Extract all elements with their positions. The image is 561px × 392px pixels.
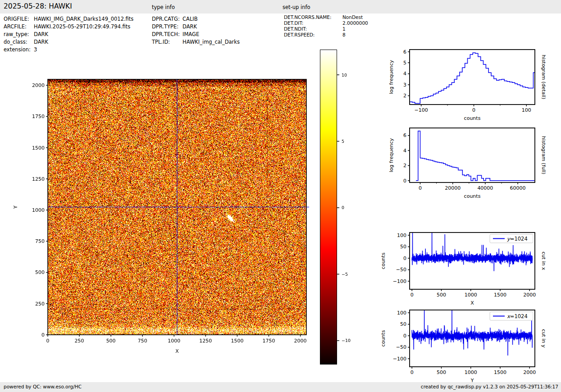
info-row: DET.RSPEED:8 — [284, 32, 368, 38]
svg-text:0: 0 — [403, 255, 406, 261]
svg-text:Y: Y — [13, 205, 18, 209]
svg-text:10: 10 — [342, 73, 347, 77]
info-label: DET.RSPEED: — [284, 32, 342, 38]
info-value: 1 — [342, 26, 346, 32]
svg-text:500: 500 — [106, 338, 116, 344]
svg-text:6: 6 — [403, 49, 406, 55]
info-row: DPR.TECH:IMAGE — [152, 31, 240, 38]
svg-text:counts: counts — [464, 193, 481, 199]
cut-in-y-plot: 0500100015002000−100−50050100Ycountscut … — [374, 303, 561, 382]
svg-text:1250: 1250 — [32, 176, 45, 182]
svg-text:100: 100 — [522, 107, 531, 113]
info-value: CALIB — [182, 15, 198, 23]
svg-text:250: 250 — [35, 301, 45, 307]
svg-text:log frequency: log frequency — [388, 138, 394, 172]
svg-text:cut in x: cut in x — [541, 252, 547, 270]
page-title: 2025-05-28: HAWKI — [4, 2, 72, 10]
info-label: ARCFILE: — [4, 23, 34, 31]
svg-text:40000: 40000 — [477, 185, 493, 191]
svg-text:−100: −100 — [393, 278, 406, 284]
svg-text:2000: 2000 — [523, 292, 536, 298]
svg-text:3: 3 — [403, 82, 406, 88]
svg-text:6: 6 — [403, 132, 406, 138]
info-label: DPR.TYPE: — [152, 23, 182, 31]
svg-text:Y: Y — [470, 378, 474, 382]
svg-text:0: 0 — [410, 292, 414, 298]
svg-text:1000: 1000 — [168, 338, 180, 344]
cut-in-x-plot: 0500100015002000−100−50050100Xcountscut … — [374, 225, 561, 311]
svg-text:counts: counts — [380, 252, 386, 269]
histogram-detail-plot: −100010023456countslog frequencyhistogra… — [374, 43, 561, 128]
svg-text:0: 0 — [472, 107, 475, 113]
svg-text:histogram (full): histogram (full) — [541, 136, 547, 174]
histogram-full-plot: 02000040000600000246countslog frequencyh… — [374, 122, 561, 207]
info-row: DET.NDIT:1 — [284, 26, 368, 32]
info-row: DPR.TYPE:DARK — [152, 23, 240, 31]
svg-text:y=1024: y=1024 — [507, 236, 528, 242]
svg-text:counts: counts — [380, 330, 386, 346]
svg-text:1000: 1000 — [465, 292, 477, 298]
svg-text:0: 0 — [403, 178, 406, 184]
svg-text:0: 0 — [419, 185, 422, 191]
svg-text:X: X — [175, 348, 179, 354]
footer-powered-by: powered by QC: www.eso.org/HC — [4, 384, 82, 389]
svg-text:750: 750 — [138, 338, 147, 344]
svg-text:log frequency: log frequency — [388, 60, 394, 94]
svg-text:−5: −5 — [342, 272, 348, 277]
info-row: raw_type:DARK — [4, 31, 133, 38]
svg-text:0: 0 — [410, 369, 414, 375]
info-row: ORIGFILE:HAWKI_IMG_DARK_Darks149_0012.fi… — [4, 15, 133, 23]
svg-text:1500: 1500 — [494, 369, 506, 375]
info-row: DET.DIT:2.0000000 — [284, 20, 368, 26]
svg-text:1750: 1750 — [262, 338, 275, 344]
info-label: DPR.TECH: — [152, 31, 182, 38]
svg-text:1000: 1000 — [465, 369, 477, 375]
svg-text:50: 50 — [400, 321, 406, 327]
svg-text:−50: −50 — [396, 267, 406, 273]
info-label: DET.NCORRS.NAME: — [284, 14, 342, 20]
svg-text:500: 500 — [437, 292, 446, 298]
svg-text:100: 100 — [397, 232, 406, 238]
main-image-axes: 0250500750100012501500175020000250500750… — [0, 45, 374, 381]
svg-text:750: 750 — [35, 238, 45, 244]
svg-text:0: 0 — [41, 332, 45, 338]
info-value: HAWKI.2025-05-29T10:29:49.794.fits — [34, 23, 130, 31]
svg-text:2: 2 — [403, 163, 406, 169]
info-row: DPR.CATG:CALIB — [152, 15, 240, 23]
svg-text:1500: 1500 — [494, 292, 506, 298]
svg-text:0: 0 — [46, 338, 50, 344]
info-value: IMAGE — [182, 31, 199, 38]
svg-text:counts: counts — [464, 115, 481, 121]
svg-text:−100: −100 — [415, 107, 428, 113]
info-label: DPR.CATG: — [152, 15, 182, 23]
svg-text:1500: 1500 — [231, 338, 243, 344]
svg-text:0: 0 — [403, 333, 406, 339]
svg-text:4: 4 — [403, 71, 406, 77]
setup-info-block: DET.NCORRS.NAME:NonDest DET.DIT:2.000000… — [284, 14, 368, 38]
footer-created-by: created by qc_rawdisp.py v1.2.3 on 2025-… — [421, 384, 558, 389]
info-value: DARK — [34, 31, 48, 38]
info-row: DET.NCORRS.NAME:NonDest — [284, 14, 368, 20]
svg-text:−100: −100 — [393, 356, 406, 362]
info-value: 8 — [342, 32, 346, 38]
qc-report-page: 2025-05-28: HAWKI type info set-up info … — [0, 0, 561, 392]
svg-text:5: 5 — [403, 60, 406, 66]
svg-text:x=1024: x=1024 — [507, 313, 528, 319]
svg-text:cut in y: cut in y — [541, 329, 547, 348]
info-value: NonDest — [342, 14, 363, 20]
svg-text:5: 5 — [342, 139, 344, 144]
svg-text:−50: −50 — [396, 344, 406, 350]
info-label: ORIGFILE: — [4, 15, 34, 23]
info-label: DET.NDIT: — [284, 26, 342, 32]
svg-text:1750: 1750 — [32, 114, 45, 119]
svg-text:500: 500 — [35, 269, 45, 275]
setup-info-heading: set-up info — [283, 4, 310, 10]
footer-bar: powered by QC: www.eso.org/HC created by… — [0, 382, 561, 392]
svg-text:1250: 1250 — [199, 338, 212, 344]
svg-text:100: 100 — [397, 310, 406, 316]
svg-text:2000: 2000 — [32, 82, 45, 88]
svg-text:1000: 1000 — [32, 207, 45, 213]
info-label: raw_type: — [4, 31, 34, 38]
svg-text:2000: 2000 — [523, 369, 536, 375]
svg-text:50: 50 — [400, 244, 406, 250]
